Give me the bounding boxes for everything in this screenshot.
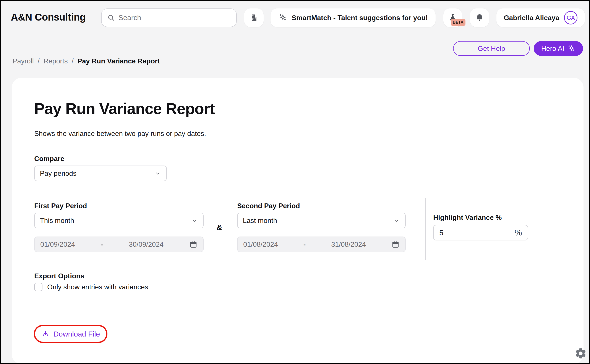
breadcrumb-reports[interactable]: Reports xyxy=(44,57,68,65)
first-period-end-date: 30/09/2024 xyxy=(129,240,164,248)
company-switcher-button[interactable] xyxy=(244,8,264,27)
report-card: Pay Run Variance Report Shows the varian… xyxy=(12,78,583,364)
download-icon xyxy=(41,330,50,338)
avatar: GA xyxy=(564,11,577,25)
bell-icon xyxy=(475,13,484,22)
hero-ai-label: Hero AI xyxy=(541,45,564,52)
variance-only-checkbox[interactable] xyxy=(34,283,42,291)
first-period-daterange[interactable]: 01/09/2024 - 30/09/2024 xyxy=(34,237,204,252)
first-period-select[interactable]: This month xyxy=(34,213,204,228)
first-period-start-date: 01/09/2024 xyxy=(40,240,75,248)
beta-badge: BETA xyxy=(451,19,465,26)
calendar-icon xyxy=(391,240,400,248)
smartmatch-label: SmartMatch - Talent suggestions for you! xyxy=(292,14,428,22)
user-name: Gabriella Alicaya xyxy=(504,14,559,22)
second-period-label: Second Pay Period xyxy=(237,202,300,210)
date-range-separator: - xyxy=(304,240,306,248)
variance-only-option: Only show entries with variances xyxy=(34,283,148,291)
first-period-value: This month xyxy=(40,217,191,225)
page-title: Pay Run Variance Report xyxy=(34,100,215,117)
percent-suffix: % xyxy=(515,228,522,237)
calendar-icon xyxy=(189,240,198,248)
highlight-variance-input[interactable] xyxy=(439,228,504,237)
compare-label: Compare xyxy=(34,155,64,163)
annotation-red-ellipse: Download File xyxy=(34,325,107,343)
compare-select[interactable]: Pay periods xyxy=(34,166,167,181)
search-input[interactable] xyxy=(119,14,231,22)
breadcrumb: Payroll / Reports / Pay Run Variance Rep… xyxy=(13,57,160,65)
sparkle-icon xyxy=(278,13,287,22)
chevron-down-icon xyxy=(393,217,400,224)
search-field[interactable] xyxy=(101,8,237,27)
beta-labs-button[interactable]: BETA xyxy=(443,8,462,27)
section-divider xyxy=(425,198,426,260)
smartmatch-banner[interactable]: SmartMatch - Talent suggestions for you! xyxy=(271,8,436,27)
get-help-button[interactable]: Get Help xyxy=(453,41,530,56)
notifications-button[interactable] xyxy=(470,8,489,27)
chevron-down-icon xyxy=(191,217,198,224)
and-joiner: & xyxy=(217,223,222,232)
building-icon xyxy=(250,13,258,22)
breadcrumb-separator: / xyxy=(38,57,40,65)
compare-value: Pay periods xyxy=(40,169,154,177)
page-description: Shows the variance between two pay runs … xyxy=(34,130,206,138)
second-period-start-date: 01/08/2024 xyxy=(243,240,278,248)
get-help-label: Get Help xyxy=(478,45,505,52)
second-period-value: Last month xyxy=(243,217,393,225)
date-range-separator: - xyxy=(101,240,103,248)
variance-only-label: Only show entries with variances xyxy=(47,283,148,291)
app-viewport: A&N Consulting xyxy=(0,0,590,364)
breadcrumb-current: Pay Run Variance Report xyxy=(78,57,160,65)
hero-ai-button[interactable]: Hero AI xyxy=(534,41,583,56)
sparkle-icon xyxy=(567,44,576,52)
second-period-end-date: 31/08/2024 xyxy=(331,240,366,248)
company-logo: A&N Consulting xyxy=(11,11,86,23)
second-period-select[interactable]: Last month xyxy=(237,213,406,228)
gear-icon xyxy=(574,347,587,360)
first-period-label: First Pay Period xyxy=(34,202,87,210)
download-file-button[interactable]: Download File xyxy=(41,330,100,338)
breadcrumb-separator: / xyxy=(72,57,74,65)
export-options-label: Export Options xyxy=(34,272,84,280)
chevron-down-icon xyxy=(154,170,161,177)
settings-button[interactable] xyxy=(574,347,587,360)
breadcrumb-payroll[interactable]: Payroll xyxy=(13,57,34,65)
second-period-daterange[interactable]: 01/08/2024 - 31/08/2024 xyxy=(237,237,406,252)
download-file-label: Download File xyxy=(53,330,100,338)
highlight-variance-label: Highlight Variance % xyxy=(433,214,502,222)
user-menu[interactable]: Gabriella Alicaya GA xyxy=(497,8,585,27)
highlight-variance-field: % xyxy=(433,225,528,240)
search-icon xyxy=(107,14,115,22)
